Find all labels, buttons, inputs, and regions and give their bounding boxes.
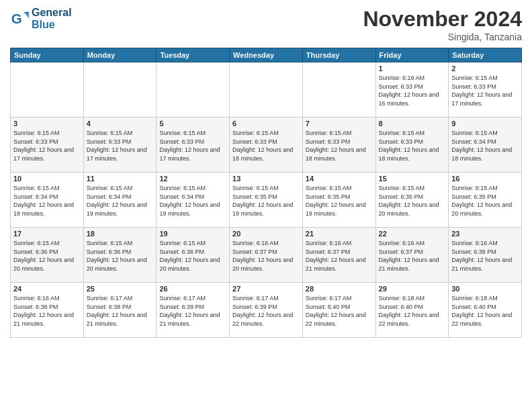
day-info: Sunrise: 6:17 AM Sunset: 6:40 PM Dayligh… <box>306 294 373 328</box>
day-number: 4 <box>87 120 154 128</box>
day-info: Sunrise: 6:15 AM Sunset: 6:33 PM Dayligh… <box>159 129 226 163</box>
day-number: 29 <box>379 285 446 293</box>
col-thursday: Thursday <box>302 48 375 62</box>
calendar-cell <box>11 62 84 118</box>
col-monday: Monday <box>83 48 157 62</box>
day-info: Sunrise: 6:15 AM Sunset: 6:33 PM Dayligh… <box>306 129 373 163</box>
logo: G General Blue <box>10 7 72 30</box>
day-info: Sunrise: 6:16 AM Sunset: 6:33 PM Dayligh… <box>379 74 446 107</box>
calendar-cell: 28Sunrise: 6:17 AM Sunset: 6:40 PM Dayli… <box>302 283 375 338</box>
calendar-cell <box>157 62 230 118</box>
logo-text: General Blue <box>32 7 72 30</box>
page: G General Blue November 2024 Singida, Ta… <box>0 0 532 411</box>
day-info: Sunrise: 6:15 AM Sunset: 6:35 PM Dayligh… <box>379 184 446 218</box>
calendar-cell <box>230 62 303 118</box>
day-info: Sunrise: 6:15 AM Sunset: 6:36 PM Dayligh… <box>159 239 226 273</box>
calendar-cell: 7Sunrise: 6:15 AM Sunset: 6:33 PM Daylig… <box>302 118 375 173</box>
day-number: 6 <box>232 120 300 128</box>
calendar-cell <box>83 62 157 118</box>
day-number: 22 <box>379 230 446 238</box>
day-info: Sunrise: 6:15 AM Sunset: 6:33 PM Dayligh… <box>451 74 519 107</box>
day-info: Sunrise: 6:17 AM Sunset: 6:38 PM Dayligh… <box>87 294 154 328</box>
calendar-cell: 13Sunrise: 6:15 AM Sunset: 6:35 PM Dayli… <box>230 173 303 228</box>
calendar-cell: 2Sunrise: 6:15 AM Sunset: 6:33 PM Daylig… <box>449 62 522 118</box>
month-title: November 2024 <box>363 7 522 32</box>
calendar-cell: 16Sunrise: 6:15 AM Sunset: 6:35 PM Dayli… <box>449 173 522 228</box>
day-info: Sunrise: 6:15 AM Sunset: 6:33 PM Dayligh… <box>13 129 81 163</box>
calendar-cell: 19Sunrise: 6:15 AM Sunset: 6:36 PM Dayli… <box>157 228 230 283</box>
col-wednesday: Wednesday <box>230 48 303 62</box>
day-info: Sunrise: 6:18 AM Sunset: 6:40 PM Dayligh… <box>451 294 519 328</box>
calendar-cell: 8Sunrise: 6:15 AM Sunset: 6:33 PM Daylig… <box>375 118 449 173</box>
day-number: 13 <box>232 175 300 183</box>
day-number: 24 <box>13 285 81 293</box>
day-info: Sunrise: 6:15 AM Sunset: 6:34 PM Dayligh… <box>87 184 154 218</box>
calendar-cell: 14Sunrise: 6:15 AM Sunset: 6:35 PM Dayli… <box>302 173 375 228</box>
calendar-week-2: 3Sunrise: 6:15 AM Sunset: 6:33 PM Daylig… <box>11 118 522 173</box>
calendar-cell: 24Sunrise: 6:16 AM Sunset: 6:38 PM Dayli… <box>11 283 84 338</box>
calendar-cell: 3Sunrise: 6:15 AM Sunset: 6:33 PM Daylig… <box>11 118 84 173</box>
day-info: Sunrise: 6:15 AM Sunset: 6:34 PM Dayligh… <box>159 184 226 218</box>
calendar-cell: 27Sunrise: 6:17 AM Sunset: 6:39 PM Dayli… <box>230 283 303 338</box>
day-info: Sunrise: 6:17 AM Sunset: 6:39 PM Dayligh… <box>232 294 300 328</box>
calendar-cell: 26Sunrise: 6:17 AM Sunset: 6:39 PM Dayli… <box>157 283 230 338</box>
calendar-cell: 22Sunrise: 6:16 AM Sunset: 6:37 PM Dayli… <box>375 228 449 283</box>
calendar-cell: 30Sunrise: 6:18 AM Sunset: 6:40 PM Dayli… <box>449 283 522 338</box>
day-number: 3 <box>13 120 81 128</box>
day-info: Sunrise: 6:16 AM Sunset: 6:37 PM Dayligh… <box>232 239 300 273</box>
calendar-cell: 11Sunrise: 6:15 AM Sunset: 6:34 PM Dayli… <box>83 173 157 228</box>
calendar-cell: 4Sunrise: 6:15 AM Sunset: 6:33 PM Daylig… <box>83 118 157 173</box>
day-number: 23 <box>451 230 519 238</box>
col-friday: Friday <box>375 48 449 62</box>
day-number: 26 <box>159 285 226 293</box>
col-tuesday: Tuesday <box>157 48 230 62</box>
day-info: Sunrise: 6:15 AM Sunset: 6:35 PM Dayligh… <box>306 184 373 218</box>
day-info: Sunrise: 6:17 AM Sunset: 6:39 PM Dayligh… <box>159 294 226 328</box>
calendar-cell: 23Sunrise: 6:16 AM Sunset: 6:38 PM Dayli… <box>449 228 522 283</box>
day-info: Sunrise: 6:18 AM Sunset: 6:40 PM Dayligh… <box>379 294 446 328</box>
day-number: 27 <box>232 285 300 293</box>
col-saturday: Saturday <box>449 48 522 62</box>
day-info: Sunrise: 6:15 AM Sunset: 6:35 PM Dayligh… <box>232 184 300 218</box>
day-number: 25 <box>87 285 154 293</box>
calendar-cell: 12Sunrise: 6:15 AM Sunset: 6:34 PM Dayli… <box>157 173 230 228</box>
day-info: Sunrise: 6:16 AM Sunset: 6:37 PM Dayligh… <box>306 239 373 273</box>
day-number: 12 <box>159 175 226 183</box>
day-number: 1 <box>379 64 446 73</box>
day-number: 7 <box>306 120 373 128</box>
calendar-week-3: 10Sunrise: 6:15 AM Sunset: 6:34 PM Dayli… <box>11 173 522 228</box>
calendar-week-4: 17Sunrise: 6:15 AM Sunset: 6:36 PM Dayli… <box>11 228 522 283</box>
day-number: 9 <box>451 120 519 128</box>
day-number: 15 <box>379 175 446 183</box>
col-sunday: Sunday <box>11 48 84 62</box>
header: G General Blue November 2024 Singida, Ta… <box>10 7 522 42</box>
day-number: 5 <box>159 120 226 128</box>
calendar-cell: 10Sunrise: 6:15 AM Sunset: 6:34 PM Dayli… <box>11 173 84 228</box>
day-info: Sunrise: 6:15 AM Sunset: 6:33 PM Dayligh… <box>232 129 300 163</box>
calendar-cell: 15Sunrise: 6:15 AM Sunset: 6:35 PM Dayli… <box>375 173 449 228</box>
svg-marker-2 <box>25 13 29 17</box>
calendar-cell: 1Sunrise: 6:16 AM Sunset: 6:33 PM Daylig… <box>375 62 449 118</box>
day-info: Sunrise: 6:16 AM Sunset: 6:37 PM Dayligh… <box>379 239 446 273</box>
title-block: November 2024 Singida, Tanzania <box>363 7 522 42</box>
day-info: Sunrise: 6:15 AM Sunset: 6:36 PM Dayligh… <box>87 239 154 273</box>
day-info: Sunrise: 6:16 AM Sunset: 6:38 PM Dayligh… <box>13 294 81 328</box>
day-info: Sunrise: 6:15 AM Sunset: 6:36 PM Dayligh… <box>13 239 81 273</box>
calendar-cell: 9Sunrise: 6:15 AM Sunset: 6:34 PM Daylig… <box>449 118 522 173</box>
calendar-cell: 18Sunrise: 6:15 AM Sunset: 6:36 PM Dayli… <box>83 228 157 283</box>
calendar-header-row: Sunday Monday Tuesday Wednesday Thursday… <box>11 48 522 62</box>
day-info: Sunrise: 6:15 AM Sunset: 6:33 PM Dayligh… <box>379 129 446 163</box>
calendar-cell: 21Sunrise: 6:16 AM Sunset: 6:37 PM Dayli… <box>302 228 375 283</box>
calendar-cell: 29Sunrise: 6:18 AM Sunset: 6:40 PM Dayli… <box>375 283 449 338</box>
location-subtitle: Singida, Tanzania <box>363 32 522 42</box>
day-number: 14 <box>306 175 373 183</box>
calendar: Sunday Monday Tuesday Wednesday Thursday… <box>10 48 522 338</box>
day-info: Sunrise: 6:15 AM Sunset: 6:34 PM Dayligh… <box>13 184 81 218</box>
day-number: 10 <box>13 175 81 183</box>
day-number: 28 <box>306 285 373 293</box>
day-number: 2 <box>451 64 519 73</box>
day-info: Sunrise: 6:15 AM Sunset: 6:34 PM Dayligh… <box>451 129 519 163</box>
day-number: 8 <box>379 120 446 128</box>
svg-text:G: G <box>11 10 22 26</box>
day-number: 19 <box>159 230 226 238</box>
